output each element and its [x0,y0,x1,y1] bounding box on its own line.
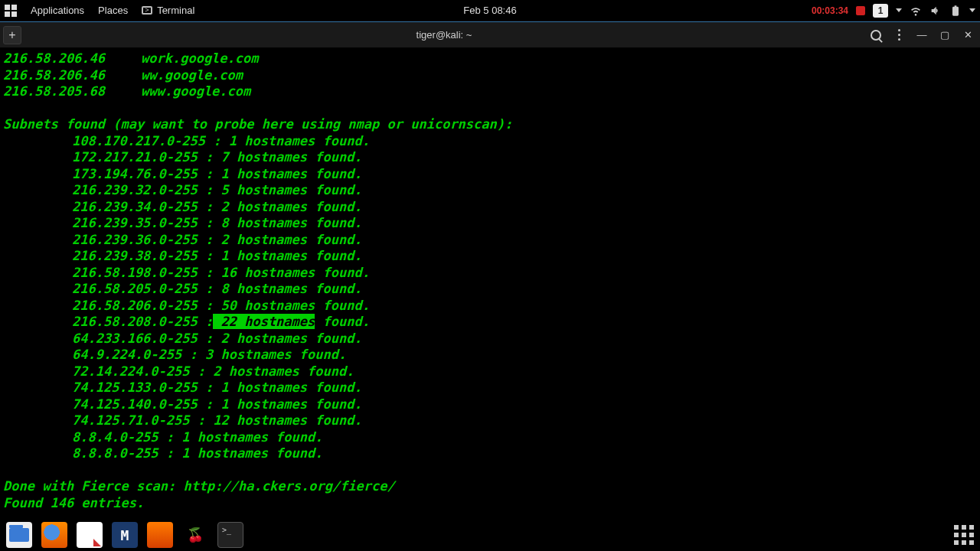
files-app-icon[interactable] [6,522,32,548]
subnet-entry: 216.239.36.0-255 : 2 hostnames found. [3,232,977,249]
subnet-entry: 8.8.8.0-255 : 1 hostnames found. [3,445,977,462]
activities-button[interactable] [5,5,17,17]
menu-terminal[interactable]: Terminal [142,5,194,16]
show-applications-button[interactable] [954,525,974,545]
subnet-entry: 74.125.140.0-255 : 1 hostnames found. [3,396,977,413]
menu-places[interactable]: Places [98,5,128,16]
keyboard-layout-icon[interactable] [896,8,902,12]
subnet-entry: 64.233.166.0-255 : 2 hostnames found. [3,331,977,347]
firefox-icon[interactable] [41,522,67,548]
subnet-entry: 216.58.208.0-255 : 22 hostnames found. [3,314,977,331]
subnet-entry: 216.239.35.0-255 : 8 hostnames found. [3,215,977,232]
maximize-button[interactable]: ▢ [936,26,954,44]
subnet-entry: 216.239.34.0-255 : 2 hostnames found. [3,199,977,216]
hamburger-menu-button[interactable] [890,26,908,44]
terminal-titlebar: + tiger@kali: ~ — ▢ ✕ [0,21,980,47]
subnet-entry: 64.9.224.0-255 : 3 hostnames found. [3,347,977,364]
subnet-entry: 172.217.21.0-255 : 7 hostnames found. [3,149,977,166]
system-menu-chevron-icon[interactable] [969,8,975,12]
done-line: Done with Fierce scan: http://ha.ckers.o… [3,478,977,495]
screen-recording-time[interactable]: 00:03:34 [812,5,848,16]
subnets-header: Subnets found (may want to probe here us… [3,116,977,133]
minimize-button[interactable]: — [913,26,931,44]
subnet-entry: 8.8.4.0-255 : 1 hostnames found. [3,429,977,446]
terminal-icon [142,6,152,15]
screen-recording-indicator-icon[interactable] [856,6,865,15]
subnet-entry: 108.170.217.0-255 : 1 hostnames found. [3,133,977,150]
cherrytree-icon[interactable]: 🍒 [182,522,208,548]
subnet-entry: 216.239.32.0-255 : 5 hostnames found. [3,182,977,199]
volume-icon[interactable] [929,5,942,17]
taskbar: M 🍒 [0,519,980,551]
menu-terminal-label: Terminal [157,5,194,16]
subnet-entry: 216.58.205.0-255 : 8 hostnames found. [3,281,977,298]
found-line: Found 146 entries. [3,495,977,512]
subnet-entry: 173.194.76.0-255 : 1 hostnames found. [3,166,977,183]
window-title: tiger@kali: ~ [26,29,862,41]
battery-icon[interactable] [949,5,962,17]
search-button[interactable] [867,26,885,44]
subnet-entry: 216.58.206.0-255 : 50 hostnames found. [3,298,977,315]
text-editor-icon[interactable] [77,522,103,548]
subnet-entry: 72.14.224.0-255 : 2 hostnames found. [3,364,977,380]
subnet-entry: 216.58.198.0-255 : 16 hostnames found. [3,265,977,282]
subnet-entry: 216.239.38.0-255 : 1 hostnames found. [3,248,977,265]
workspace-indicator[interactable]: 1 [873,4,888,18]
subnet-entry: 74.125.71.0-255 : 12 hostnames found. [3,412,977,429]
network-icon[interactable] [910,5,922,17]
terminal-output[interactable]: 216.58.206.46work.google.com216.58.206.4… [0,47,980,519]
host-entry: 216.58.206.46work.google.com [3,51,977,67]
metasploit-icon[interactable]: M [112,522,138,548]
new-tab-button[interactable]: + [3,26,21,44]
clock[interactable]: Feb 5 08:46 [463,5,516,16]
gnome-topbar: Applications Places Terminal Feb 5 08:46… [0,0,980,21]
host-entry: 216.58.206.46ww.google.com [3,67,977,84]
subnet-entry: 74.125.133.0-255 : 1 hostnames found. [3,380,977,396]
menu-icon [898,29,900,41]
menu-applications[interactable]: Applications [31,5,84,16]
search-icon [871,30,881,41]
host-entry: 216.58.205.68www.google.com [3,83,977,100]
close-button[interactable]: ✕ [959,26,977,44]
burp-suite-icon[interactable] [147,522,173,548]
terminal-taskbar-icon[interactable] [217,522,243,548]
